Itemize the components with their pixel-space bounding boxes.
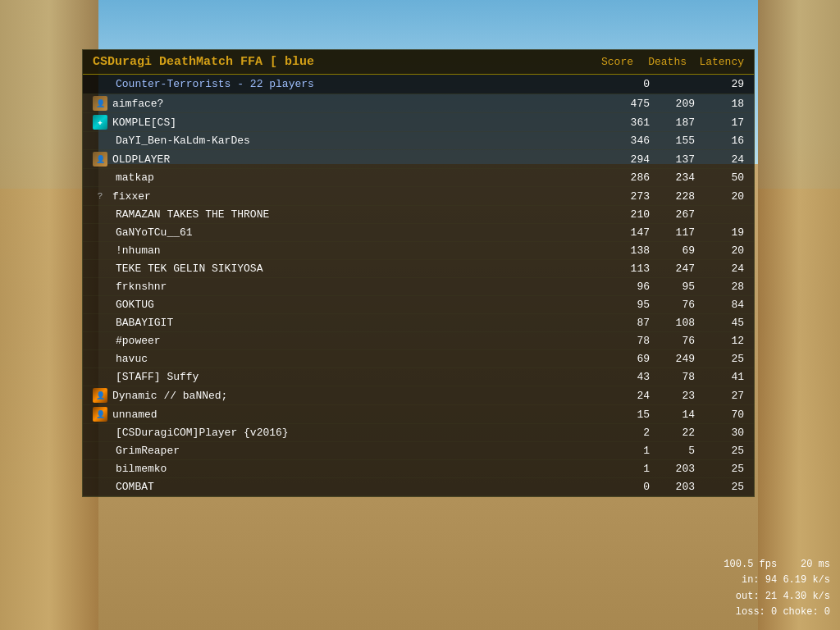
player-name: Dynamic // baNNed; [112,390,609,402]
player-avatar: 👤 [93,407,107,422]
player-deaths: 78 [650,371,695,383]
player-latency: 41 [695,371,744,383]
player-row: frknshnr 96 95 28 [83,278,754,296]
player-name: fixxer [112,190,609,203]
player-score: 15 [609,409,650,421]
loss-choke: loss: 0 choke: 0 [736,606,830,618]
player-score: 147 [609,226,650,239]
column-headers: Score Deaths Latency [592,56,744,68]
scoreboard-header: CSDuragi DeathMatch FFA [ blue Score Dea… [83,50,754,75]
player-name: DaYI_Ben-KaLdm-KarDes [116,135,609,147]
player-deaths: 228 [650,190,695,203]
player-row: 👤 unnamed 15 14 70 [83,405,754,424]
player-name: !nhuman [116,244,609,257]
player-row: DaYI_Ben-KaLdm-KarDes 346 155 16 [83,132,754,150]
player-latency: 19 [695,226,744,239]
player-score: 273 [609,190,650,203]
team-score: 0 [609,78,650,90]
player-latency: 25 [695,353,744,365]
player-row: GrimReaper 1 5 25 [83,442,754,460]
player-list: 👤 aimface? 475 209 18 ✚ KOMPLE[CS] 361 1… [83,94,754,496]
player-name: RAMAZAN TAKES THE THRONE [116,208,609,221]
player-name: KOMPLE[CS] [112,116,609,129]
player-row: GaNYoTCu__61 147 117 19 [83,224,754,242]
player-row: matkap 286 234 50 [83,169,754,187]
player-score: 96 [609,281,650,293]
player-deaths: 203 [650,481,695,493]
player-score: 87 [609,317,650,329]
player-name: GrimReaper [116,445,609,457]
player-score: 43 [609,371,650,383]
player-score: 78 [609,335,650,347]
player-avatar: 👤 [93,152,107,167]
player-latency: 50 [695,171,744,184]
score-header: Score [592,56,633,68]
player-row: ? fixxer 273 228 20 [83,187,754,206]
player-name: matkap [116,171,609,184]
player-name: [CSDuragiCOM]Player {v2016} [116,427,609,439]
player-score: 113 [609,262,650,275]
player-latency: 25 [695,481,744,493]
player-deaths: 203 [650,463,695,475]
player-avatar-placeholder: ? [93,189,107,203]
player-latency: 24 [695,153,744,166]
team-latency: 29 [695,78,744,90]
player-latency: 70 [695,409,744,421]
player-name: #poweer [116,335,609,347]
player-deaths: 117 [650,226,695,239]
player-deaths: 137 [650,153,695,166]
fps-overlay: 100.5 fps 20 ms in: 94 6.19 k/s out: 21 … [724,557,830,620]
player-row: ✚ KOMPLE[CS] 361 187 17 [83,113,754,132]
player-name: frknshnr [116,281,609,293]
latency-header: Latency [695,56,744,68]
player-name: bilmemko [116,463,609,475]
player-deaths: 247 [650,262,695,275]
player-latency: 25 [695,463,744,475]
player-deaths: 76 [650,299,695,311]
player-name: OLDPLAYER [112,153,609,166]
out-rate: out: 21 4.30 k/s [736,591,830,602]
player-name: COMBAT [116,481,609,493]
player-row: bilmemko 1 203 25 [83,460,754,478]
player-deaths: 23 [650,390,695,402]
player-score: 210 [609,208,650,221]
player-row: BABAYIGIT 87 108 45 [83,314,754,332]
player-latency: 18 [695,98,744,110]
player-score: 95 [609,299,650,311]
player-score: 361 [609,116,650,129]
player-latency: 16 [695,135,744,147]
player-score: 138 [609,244,650,257]
fps-value: 100.5 fps [724,559,777,570]
player-name: BABAYIGIT [116,317,609,329]
player-latency: 45 [695,317,744,329]
player-score: 294 [609,153,650,166]
player-deaths: 95 [650,281,695,293]
player-latency: 27 [695,390,744,402]
player-avatar: 👤 [93,96,107,111]
player-row: !nhuman 138 69 20 [83,242,754,260]
player-deaths: 209 [650,98,695,110]
scoreboard-title: CSDuragi DeathMatch FFA [ blue [93,55,314,69]
player-row: 👤 Dynamic // baNNed; 24 23 27 [83,386,754,405]
player-deaths: 5 [650,445,695,457]
player-name: havuc [116,353,609,365]
player-latency: 25 [695,445,744,457]
team-header: Counter-Terrorists - 22 players 0 29 [83,75,754,94]
latency-value: 20 ms [801,559,830,570]
player-row: 👤 OLDPLAYER 294 137 24 [83,150,754,169]
in-rate: in: 94 6.19 k/s [742,574,830,586]
player-row: TEKE TEK GELIN SIKIYOSA 113 247 24 [83,260,754,278]
player-row: havuc 69 249 25 [83,350,754,368]
player-score: 69 [609,353,650,365]
player-score: 1 [609,463,650,475]
player-row: GOKTUG 95 76 84 [83,296,754,314]
player-name: GaNYoTCu__61 [116,226,609,239]
player-latency: 20 [695,244,744,257]
player-latency: 20 [695,190,744,203]
player-row: #poweer 78 76 12 [83,332,754,350]
player-latency: 28 [695,281,744,293]
player-score: 475 [609,98,650,110]
player-avatar: 👤 [93,388,107,403]
player-latency: 30 [695,427,744,439]
player-score: 286 [609,171,650,184]
